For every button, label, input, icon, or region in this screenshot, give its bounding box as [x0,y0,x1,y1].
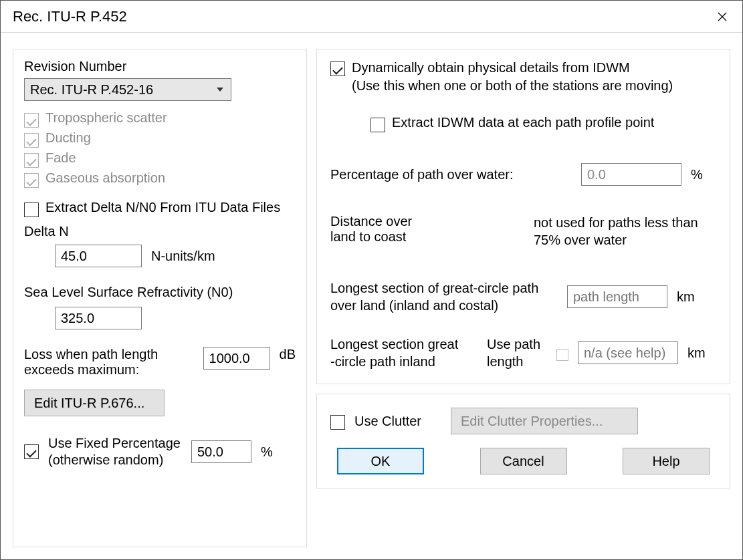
use-clutter-label: Use Clutter [354,414,441,429]
fixed-pct-input[interactable] [191,440,251,463]
longest-inland-row: Longest section great -circle path inlan… [330,335,716,370]
use-path-len-checkbox [556,349,568,361]
longest-inland-unit: km [687,345,713,361]
ducting-option: Ducting [24,130,296,148]
dist-land-label: Distance over land to coast [330,214,524,245]
clutter-row: Use Clutter Edit Clutter Properties... [330,408,716,434]
loss-label: Loss when path length exceeds maximum: [24,347,194,378]
pct-water-row: Percentage of path over water: % [330,163,716,186]
fixed-pct-checkbox[interactable] [24,444,39,459]
ducting-checkbox [24,133,39,148]
delta-n-label: Delta N [24,224,296,239]
revision-combo[interactable]: Rec. ITU-R P.452-16 [24,78,231,101]
cancel-button[interactable]: Cancel [480,448,567,474]
dialog-button-row: OK Cancel Help [330,448,716,474]
pct-water-input [581,163,681,186]
longest-land-unit: km [677,289,702,305]
revision-label: Revision Number [24,59,296,74]
ok-button[interactable]: OK [337,448,424,474]
longest-land-label: Longest section of great-circle path ove… [330,279,558,314]
bottom-panel: Use Clutter Edit Clutter Properties... O… [316,394,730,488]
delta-n-unit: N-units/km [151,249,215,264]
loss-row: Loss when path length exceeds maximum: d… [24,347,296,378]
use-clutter-checkbox[interactable] [330,415,345,430]
content-area: Revision Number Rec. ITU-R P.452-16 Trop… [1,33,742,559]
longest-land-input [567,285,667,308]
gaseous-option: Gaseous absorption [24,170,296,188]
fade-checkbox [24,153,39,168]
delta-n-row: N-units/km [55,245,296,267]
close-icon [718,12,727,21]
extract-idwm-row[interactable]: Extract IDWM data at each path profile p… [370,115,716,132]
titlebar: Rec. ITU-R P.452 [1,1,742,33]
dist-land-row: Distance over land to coast not used for… [330,214,716,249]
fixed-pct-label: Use Fixed Percentage (otherwise random) [48,435,182,468]
ducting-label: Ducting [45,130,91,146]
edit-p676-button[interactable]: Edit ITU-R P.676... [24,390,165,416]
right-column: Dynamically obtain physical details from… [316,49,730,547]
n0-input[interactable] [55,307,142,329]
extract-idwm-label: Extract IDWM data at each path profile p… [392,115,654,130]
delta-n-input[interactable] [55,245,142,267]
loss-unit: dB [280,347,296,362]
left-panel: Revision Number Rec. ITU-R P.452-16 Trop… [13,49,307,547]
fixed-pct-row: Use Fixed Percentage (otherwise random) … [24,435,296,468]
gaseous-checkbox [24,173,39,188]
use-path-len-label: Use path length [487,335,547,370]
extract-delta-label: Extract Delta N/N0 From ITU Data Files [45,200,280,215]
edit-clutter-button: Edit Clutter Properties... [451,408,638,434]
extract-delta-row[interactable]: Extract Delta N/N0 From ITU Data Files [24,200,296,217]
fade-label: Fade [45,150,76,166]
tropo-checkbox [24,113,39,128]
close-button[interactable] [702,1,742,33]
pct-water-unit: % [691,167,716,182]
idwm-panel: Dynamically obtain physical details from… [316,49,730,384]
longest-inland-label: Longest section great -circle path inlan… [330,335,477,370]
gaseous-label: Gaseous absorption [45,170,165,186]
extract-idwm-checkbox[interactable] [370,118,385,132]
extract-delta-checkbox[interactable] [24,202,39,217]
help-button[interactable]: Help [623,448,710,474]
dialog-window: Rec. ITU-R P.452 Revision Number Rec. IT… [0,0,743,560]
dynamic-idwm-label: Dynamically obtain physical details from… [352,59,673,95]
dynamic-idwm-checkbox[interactable] [330,61,345,76]
tropo-option: Tropospheric scatter [24,110,296,128]
window-title: Rec. ITU-R P.452 [13,8,127,25]
fade-option: Fade [24,150,296,168]
dist-land-note: not used for paths less than 75% over wa… [534,214,716,249]
loss-input[interactable] [203,347,270,370]
longest-land-row: Longest section of great-circle path ove… [330,279,716,314]
fixed-pct-unit: % [261,444,273,460]
n0-row [55,307,296,329]
revision-combo-wrap: Rec. ITU-R P.452-16 [24,78,231,101]
pct-water-label: Percentage of path over water: [330,167,572,182]
dynamic-idwm-row[interactable]: Dynamically obtain physical details from… [330,59,716,95]
longest-inland-input [578,341,678,364]
n0-label: Sea Level Surface Refractivity (N0) [24,285,296,300]
tropo-label: Tropospheric scatter [45,110,167,126]
